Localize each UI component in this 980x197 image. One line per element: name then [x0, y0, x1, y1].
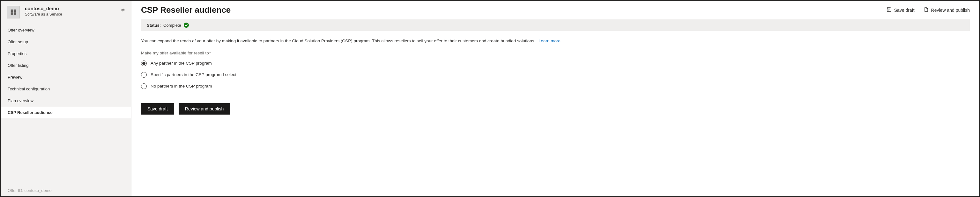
- description-text: You can expand the reach of your offer b…: [141, 38, 535, 43]
- sidebar: contoso_demo Software as a Service ⇄ Off…: [1, 1, 131, 196]
- svg-rect-3: [14, 13, 16, 15]
- save-draft-top-label: Save draft: [894, 8, 915, 13]
- radio-specific-partners[interactable]: Specific partners in the CSP program I s…: [141, 72, 970, 78]
- check-complete-icon: [184, 23, 189, 28]
- sidebar-item-preview[interactable]: Preview: [1, 71, 131, 83]
- status-label: Status:: [147, 23, 161, 28]
- review-publish-button[interactable]: Review and publish: [179, 103, 230, 115]
- offer-type-icon: [7, 6, 20, 19]
- sidebar-item-properties[interactable]: Properties: [1, 48, 131, 60]
- review-publish-top-label: Review and publish: [931, 8, 970, 13]
- sidebar-item-label: Technical configuration: [8, 87, 50, 91]
- page-title: CSP Reseller audience: [141, 5, 231, 15]
- sidebar-item-label: CSP Reseller audience: [8, 110, 52, 115]
- radio-icon: [141, 60, 147, 66]
- sidebar-item-label: Properties: [8, 51, 27, 56]
- sidebar-item-csp-reseller-audience[interactable]: CSP Reseller audience: [1, 107, 131, 118]
- sidebar-item-label: Offer overview: [8, 28, 35, 33]
- resell-field-label: Make my offer available for resell to*: [141, 50, 970, 55]
- sidebar-header: contoso_demo Software as a Service ⇄: [1, 1, 131, 24]
- radio-any-partner[interactable]: Any partner in the CSP program: [141, 60, 970, 66]
- offer-subtitle: Software as a Service: [25, 12, 116, 17]
- svg-rect-2: [11, 13, 13, 15]
- sidebar-item-label: Plan overview: [8, 98, 33, 103]
- sidebar-item-label: Offer setup: [8, 39, 28, 44]
- save-draft-top-button[interactable]: Save draft: [886, 7, 915, 13]
- swap-icon[interactable]: ⇄: [121, 6, 125, 13]
- radio-icon: [141, 72, 147, 78]
- publish-icon: [924, 7, 929, 13]
- topbar: CSP Reseller audience Save draft Review …: [141, 5, 970, 15]
- radio-icon: [141, 84, 147, 89]
- sidebar-item-offer-setup[interactable]: Offer setup: [1, 36, 131, 48]
- review-publish-top-button[interactable]: Review and publish: [924, 7, 970, 13]
- sidebar-nav: Offer overview Offer setup Properties Of…: [1, 24, 131, 118]
- sidebar-item-offer-listing[interactable]: Offer listing: [1, 60, 131, 71]
- sidebar-item-technical-configuration[interactable]: Technical configuration: [1, 83, 131, 95]
- required-mark: *: [209, 50, 211, 55]
- save-icon: [886, 7, 892, 13]
- radio-label: Any partner in the CSP program: [151, 61, 212, 66]
- bottom-buttons: Save draft Review and publish: [141, 103, 970, 115]
- main-content: CSP Reseller audience Save draft Review …: [131, 1, 979, 196]
- description: You can expand the reach of your offer b…: [141, 38, 970, 44]
- sidebar-item-label: Preview: [8, 75, 22, 80]
- status-bar: Status: Complete: [141, 19, 970, 31]
- radio-label: No partners in the CSP program: [151, 84, 212, 88]
- offer-title: contoso_demo: [25, 6, 116, 11]
- top-actions: Save draft Review and publish: [886, 7, 970, 13]
- field-label-text: Make my offer available for resell to: [141, 50, 209, 55]
- svg-rect-0: [11, 9, 13, 12]
- sidebar-item-plan-overview[interactable]: Plan overview: [1, 95, 131, 107]
- radio-label: Specific partners in the CSP program I s…: [151, 72, 236, 77]
- status-value: Complete: [163, 23, 181, 28]
- offer-id-footer: Offer ID: contoso_demo: [1, 184, 131, 196]
- sidebar-item-label: Offer listing: [8, 63, 29, 68]
- save-draft-button[interactable]: Save draft: [141, 103, 174, 115]
- sidebar-item-offer-overview[interactable]: Offer overview: [1, 24, 131, 36]
- radio-no-partners[interactable]: No partners in the CSP program: [141, 84, 970, 89]
- svg-rect-1: [14, 9, 16, 12]
- resell-radio-group: Any partner in the CSP program Specific …: [141, 60, 970, 89]
- learn-more-link[interactable]: Learn more: [538, 38, 560, 43]
